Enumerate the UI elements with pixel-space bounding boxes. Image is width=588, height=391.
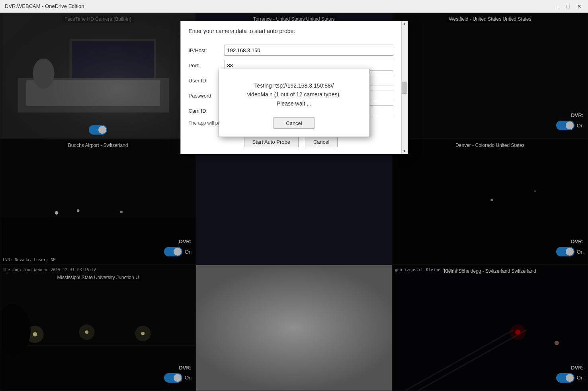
ip-host-row: IP/Host: [189,45,393,56]
ip-label: IP/Host: [189,47,225,53]
progress-dialog: Testing rtsp://192.168.3.150:88// videoM… [219,69,370,137]
port-label: Port: [189,63,225,68]
scroll-thumb[interactable] [402,82,407,94]
close-button[interactable]: ✕ [575,2,583,10]
cancel-button-main[interactable]: Cancel [305,136,338,147]
window-controls: – □ ✕ [553,2,583,10]
ip-input[interactable] [225,45,393,56]
modal-overlay: ▲ ▼ Enter your camera data to start auto… [0,13,588,391]
scroll-up-arrow[interactable]: ▲ [402,21,407,27]
start-auto-probe-button[interactable]: Start Auto Probe [244,136,299,147]
auto-probe-dialog: ▲ ▼ Enter your camera data to start auto… [180,21,408,154]
progress-text: Testing rtsp://192.168.3.150:88// videoM… [231,81,357,108]
scroll-down-arrow[interactable]: ▼ [402,148,407,154]
progress-cancel-button[interactable]: Cancel [273,117,314,129]
minimize-button[interactable]: – [553,2,561,10]
dialog-scrollbar[interactable]: ▲ ▼ [401,21,408,154]
dialog-title-area: Enter your camera data to start auto pro… [181,21,401,38]
app-title: DVR.WEBCAM - OneDrive Edition [5,3,84,9]
title-bar: DVR.WEBCAM - OneDrive Edition – □ ✕ [0,0,588,13]
maximize-button[interactable]: □ [564,2,572,10]
dialog-prompt-text: Enter your camera data to start auto pro… [189,28,295,34]
